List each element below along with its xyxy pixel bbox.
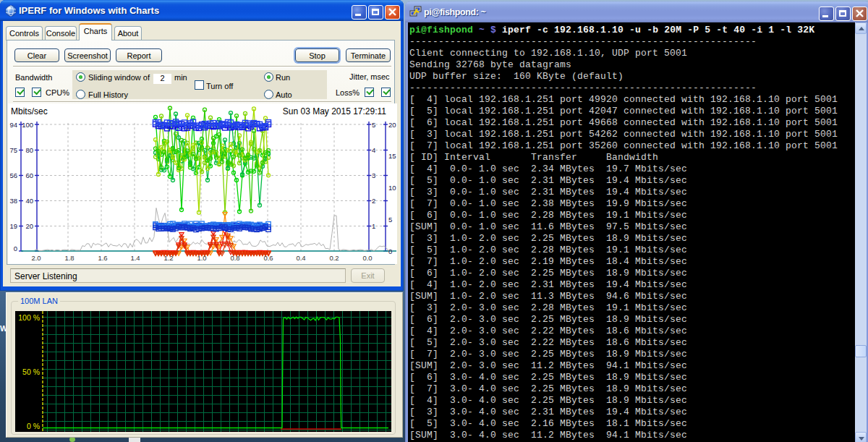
svg-text:80: 80 [25, 146, 33, 154]
svg-text:60: 60 [25, 171, 33, 179]
svg-text:38: 38 [9, 197, 17, 205]
svg-text:20: 20 [388, 121, 396, 129]
svg-text:0.0: 0.0 [362, 254, 372, 262]
svg-text:0.2: 0.2 [329, 254, 339, 262]
svg-text:20: 20 [25, 222, 33, 230]
svg-text:0.6: 0.6 [263, 254, 273, 262]
svg-text:19: 19 [9, 222, 17, 230]
svg-text:3: 3 [372, 171, 375, 179]
svg-text:1.2: 1.2 [163, 254, 173, 262]
svg-text:5: 5 [388, 216, 392, 224]
svg-text:0 %: 0 % [27, 422, 40, 430]
svg-text:0.8: 0.8 [230, 254, 239, 262]
svg-text:1.6: 1.6 [98, 254, 107, 262]
svg-text:15: 15 [388, 152, 396, 160]
svg-text:2: 2 [372, 197, 375, 205]
svg-text:5: 5 [372, 121, 375, 129]
svg-text:10: 10 [388, 184, 396, 192]
svg-text:50 %: 50 % [22, 367, 40, 376]
svg-text:100 %: 100 % [18, 313, 40, 322]
svg-text:0.4: 0.4 [296, 254, 305, 262]
svg-text:4: 4 [372, 146, 375, 154]
svg-text:1: 1 [372, 222, 375, 230]
svg-text:40: 40 [25, 197, 33, 205]
svg-text:Mbits/sec: Mbits/sec [11, 106, 48, 116]
svg-text:0: 0 [14, 245, 17, 252]
svg-text:2.0: 2.0 [31, 254, 41, 262]
svg-text:56: 56 [9, 171, 17, 179]
svg-text:0: 0 [388, 247, 392, 255]
svg-text:75: 75 [9, 146, 17, 154]
svg-text:1.0: 1.0 [197, 254, 206, 262]
svg-text:Sun 03 May 2015 17:29:11: Sun 03 May 2015 17:29:11 [283, 106, 387, 116]
svg-text:94: 94 [9, 121, 17, 129]
svg-text:1.4: 1.4 [130, 254, 140, 262]
svg-text:100: 100 [22, 121, 33, 129]
svg-text:1.8: 1.8 [64, 254, 74, 262]
